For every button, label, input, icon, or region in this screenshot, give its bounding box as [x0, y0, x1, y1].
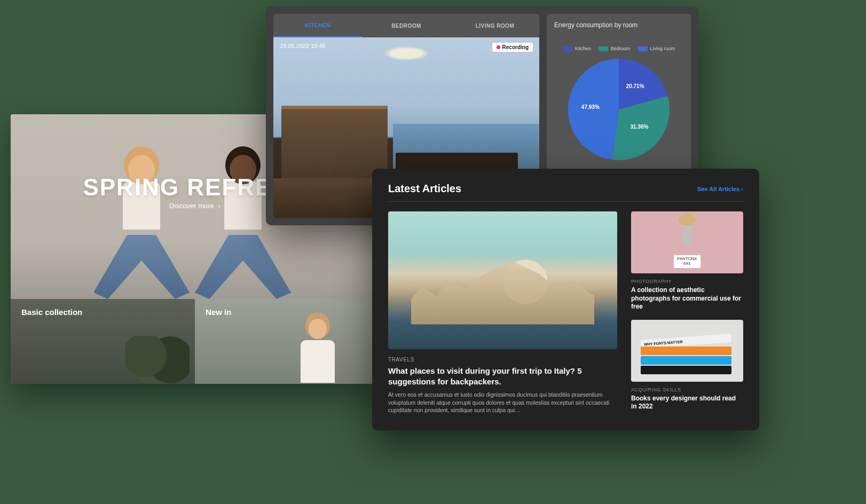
recording-label: Recording	[502, 44, 529, 50]
energy-title: Energy consumption by room	[554, 21, 683, 29]
book-spine-2	[641, 356, 731, 365]
tab-bedroom[interactable]: BEDROOM	[362, 14, 451, 37]
book-spine-1	[641, 366, 731, 374]
pantone-chip: PANTONE 691	[674, 255, 700, 268]
articles-body: TRAVELS What places to visit during your…	[388, 211, 743, 414]
collection-tiles: Basic collection New in	[11, 299, 379, 384]
see-all-articles-link[interactable]: See All Articles ›	[697, 186, 743, 192]
hero-person-left	[93, 144, 190, 299]
articles-heading: Latest Articles	[388, 183, 461, 195]
recording-badge: Recording	[492, 43, 533, 52]
featured-article-image	[388, 211, 617, 349]
legend-kitchen: Kitchen	[563, 46, 591, 51]
pie-label-kitchen: 20.71%	[626, 83, 644, 89]
side-article-2[interactable]: WHY FONTS MATTER ACQUIRING SKILLS Books …	[631, 320, 743, 411]
record-dot-icon	[497, 45, 500, 49]
camera-light-fixture	[380, 45, 433, 62]
hero-photo-placeholder	[99, 144, 291, 299]
room-tabs: KITCHEN BEDROOM LIVING ROOM	[273, 14, 539, 37]
pie-label-bedroom: 31.36%	[630, 124, 648, 130]
legend-label-kitchen: Kitchen	[575, 46, 591, 51]
camera-timestamp: 23.05.2022 18:45	[280, 43, 326, 49]
chevron-right-icon: ›	[218, 202, 221, 210]
legend-living-room: Living room	[638, 46, 675, 51]
see-all-label: See All Articles	[697, 186, 739, 192]
tab-kitchen[interactable]: KITCHEN	[273, 14, 362, 37]
side-articles: PANTONE 691 PHOTOGRAPHY A collection of …	[631, 211, 743, 414]
featured-article-headline: What places to visit during your first t…	[388, 366, 617, 387]
tile-basic-label: Basic collection	[21, 308, 82, 317]
tile-newin-photo-placeholder	[294, 309, 342, 384]
tile-newin-label: New in	[206, 308, 231, 317]
book-spine-3	[641, 346, 731, 355]
featured-article[interactable]: TRAVELS What places to visit during your…	[388, 211, 617, 414]
articles-header: Latest Articles See All Articles ›	[388, 183, 743, 202]
tile-new-in[interactable]: New in	[195, 299, 379, 384]
featured-article-excerpt: At vero eos et accusamus et iusto odio d…	[388, 391, 617, 414]
legend-bedroom: Bedroom	[599, 46, 631, 51]
pie-label-living-room: 47.93%	[581, 104, 600, 110]
side-article-2-image: WHY FONTS MATTER	[631, 320, 743, 382]
chevron-right-icon: ›	[741, 186, 743, 192]
legend-swatch-bedroom	[599, 46, 608, 51]
featured-article-category: TRAVELS	[388, 357, 617, 363]
side-article-1-image: PANTONE 691	[631, 211, 743, 273]
camera-kitchen-counter	[281, 106, 388, 178]
side-article-1-headline: A collection of aesthetic photographs fo…	[631, 286, 743, 311]
tile-basic-collection[interactable]: Basic collection	[11, 299, 195, 384]
legend-swatch-living-room	[638, 46, 648, 51]
legend-swatch-kitchen	[563, 46, 572, 51]
side-article-1-category: PHOTOGRAPHY	[631, 279, 743, 284]
side-article-2-headline: Books every designer should read in 2022	[631, 395, 743, 411]
discover-more-label: Discover more	[169, 202, 214, 210]
side-article-2-category: ACQUIRING SKILLS	[631, 387, 743, 392]
legend-label-bedroom: Bedroom	[611, 46, 631, 51]
side-article-1[interactable]: PANTONE 691 PHOTOGRAPHY A collection of …	[631, 211, 743, 311]
articles-card: Latest Articles See All Articles › TRAVE…	[372, 169, 759, 430]
legend-label-living-room: Living room	[650, 46, 675, 51]
pantone-code: 691	[677, 262, 697, 266]
pie-legend: Kitchen Bedroom Living room	[554, 46, 683, 51]
tab-living-room[interactable]: LIVING ROOM	[451, 14, 539, 37]
energy-pie-chart: 20.71%31.36%47.93%	[568, 59, 670, 160]
